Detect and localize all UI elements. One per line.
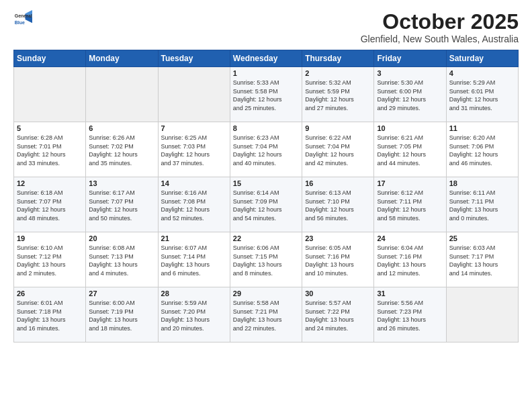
calendar-cell: 1Sunrise: 5:33 AMSunset: 5:58 PMDaylight… [230, 67, 302, 122]
day-info: Sunrise: 6:05 AMSunset: 7:16 PMDaylight:… [305, 244, 371, 277]
day-number: 16 [305, 179, 371, 187]
day-number: 9 [305, 124, 371, 132]
day-info: Sunrise: 6:12 AMSunset: 7:11 PMDaylight:… [377, 189, 443, 222]
day-number: 2 [305, 69, 371, 77]
day-info: Sunrise: 6:26 AMSunset: 7:02 PMDaylight:… [89, 134, 154, 167]
day-info: Sunrise: 6:06 AMSunset: 7:15 PMDaylight:… [233, 244, 299, 277]
col-header-wednesday: Wednesday [230, 50, 302, 67]
calendar-cell [14, 67, 86, 122]
day-info: Sunrise: 6:10 AMSunset: 7:12 PMDaylight:… [17, 244, 83, 277]
calendar-cell [158, 67, 230, 122]
day-info: Sunrise: 5:29 AMSunset: 6:01 PMDaylight:… [449, 79, 515, 112]
day-number: 30 [305, 289, 371, 298]
day-info: Sunrise: 6:11 AMSunset: 7:11 PMDaylight:… [449, 189, 515, 222]
day-number: 18 [449, 179, 515, 187]
col-header-monday: Monday [86, 50, 158, 67]
day-number: 31 [377, 289, 443, 298]
calendar-cell: 22Sunrise: 6:06 AMSunset: 7:15 PMDayligh… [230, 232, 302, 287]
calendar-cell: 3Sunrise: 5:30 AMSunset: 6:00 PMDaylight… [374, 67, 446, 122]
day-info: Sunrise: 5:30 AMSunset: 6:00 PMDaylight:… [377, 79, 443, 112]
day-info: Sunrise: 6:25 AMSunset: 7:03 PMDaylight:… [161, 134, 227, 167]
day-number: 20 [89, 234, 154, 242]
calendar-cell: 28Sunrise: 5:59 AMSunset: 7:20 PMDayligh… [158, 287, 230, 342]
title-block: October 2025 Glenfield, New South Wales,… [361, 10, 519, 44]
day-number: 19 [17, 234, 83, 242]
logo: General Blue [13, 10, 32, 29]
calendar-cell: 8Sunrise: 6:23 AMSunset: 7:04 PMDaylight… [230, 122, 302, 177]
day-number: 6 [89, 124, 154, 132]
calendar-cell: 15Sunrise: 6:14 AMSunset: 7:09 PMDayligh… [230, 177, 302, 232]
day-number: 10 [377, 124, 443, 132]
day-info: Sunrise: 6:07 AMSunset: 7:14 PMDaylight:… [161, 244, 227, 277]
day-number: 29 [233, 289, 299, 298]
calendar-cell: 2Sunrise: 5:32 AMSunset: 5:59 PMDaylight… [302, 67, 374, 122]
calendar: SundayMondayTuesdayWednesdayThursdayFrid… [13, 50, 519, 342]
day-info: Sunrise: 5:33 AMSunset: 5:58 PMDaylight:… [233, 79, 299, 112]
calendar-cell: 12Sunrise: 6:18 AMSunset: 7:07 PMDayligh… [14, 177, 86, 232]
calendar-cell: 20Sunrise: 6:08 AMSunset: 7:13 PMDayligh… [86, 232, 158, 287]
day-info: Sunrise: 5:59 AMSunset: 7:20 PMDaylight:… [161, 299, 227, 332]
calendar-cell: 26Sunrise: 6:01 AMSunset: 7:18 PMDayligh… [14, 287, 86, 342]
svg-text:General: General [15, 13, 32, 18]
day-number: 26 [17, 289, 83, 298]
day-number: 1 [233, 69, 299, 77]
day-number: 5 [17, 124, 83, 132]
page: General Blue October 2025 Glenfield, New… [0, 0, 532, 411]
day-info: Sunrise: 5:56 AMSunset: 7:23 PMDaylight:… [377, 299, 443, 332]
month-title: October 2025 [361, 10, 519, 34]
location: Glenfield, New South Wales, Australia [361, 34, 519, 44]
day-info: Sunrise: 6:01 AMSunset: 7:18 PMDaylight:… [17, 299, 83, 332]
day-info: Sunrise: 6:22 AMSunset: 7:04 PMDaylight:… [305, 134, 371, 167]
calendar-week-5: 26Sunrise: 6:01 AMSunset: 7:18 PMDayligh… [14, 287, 519, 342]
day-number: 22 [233, 234, 299, 242]
day-number: 25 [449, 234, 515, 242]
calendar-week-4: 19Sunrise: 6:10 AMSunset: 7:12 PMDayligh… [14, 232, 519, 287]
col-header-sunday: Sunday [14, 50, 86, 67]
day-number: 23 [305, 234, 371, 242]
calendar-week-1: 1Sunrise: 5:33 AMSunset: 5:58 PMDaylight… [14, 67, 519, 122]
day-number: 12 [17, 179, 83, 187]
day-info: Sunrise: 6:14 AMSunset: 7:09 PMDaylight:… [233, 189, 299, 222]
calendar-week-3: 12Sunrise: 6:18 AMSunset: 7:07 PMDayligh… [14, 177, 519, 232]
day-number: 13 [89, 179, 154, 187]
day-info: Sunrise: 6:18 AMSunset: 7:07 PMDaylight:… [17, 189, 83, 222]
day-number: 11 [449, 124, 515, 132]
col-header-thursday: Thursday [302, 50, 374, 67]
calendar-cell: 9Sunrise: 6:22 AMSunset: 7:04 PMDaylight… [302, 122, 374, 177]
day-number: 28 [161, 289, 227, 298]
col-header-friday: Friday [374, 50, 446, 67]
day-info: Sunrise: 6:03 AMSunset: 7:17 PMDaylight:… [449, 244, 515, 277]
calendar-cell: 10Sunrise: 6:21 AMSunset: 7:05 PMDayligh… [374, 122, 446, 177]
day-info: Sunrise: 6:17 AMSunset: 7:07 PMDaylight:… [89, 189, 154, 222]
calendar-cell: 6Sunrise: 6:26 AMSunset: 7:02 PMDaylight… [86, 122, 158, 177]
day-info: Sunrise: 6:08 AMSunset: 7:13 PMDaylight:… [89, 244, 154, 277]
day-number: 14 [161, 179, 227, 187]
calendar-cell: 29Sunrise: 5:58 AMSunset: 7:21 PMDayligh… [230, 287, 302, 342]
calendar-cell: 13Sunrise: 6:17 AMSunset: 7:07 PMDayligh… [86, 177, 158, 232]
calendar-header-row: SundayMondayTuesdayWednesdayThursdayFrid… [14, 50, 519, 67]
day-number: 17 [377, 179, 443, 187]
day-number: 8 [233, 124, 299, 132]
day-number: 27 [89, 289, 154, 298]
col-header-tuesday: Tuesday [158, 50, 230, 67]
day-info: Sunrise: 6:28 AMSunset: 7:01 PMDaylight:… [17, 134, 83, 167]
day-info: Sunrise: 5:32 AMSunset: 5:59 PMDaylight:… [305, 79, 371, 112]
day-info: Sunrise: 6:04 AMSunset: 7:16 PMDaylight:… [377, 244, 443, 277]
calendar-cell: 24Sunrise: 6:04 AMSunset: 7:16 PMDayligh… [374, 232, 446, 287]
calendar-cell: 31Sunrise: 5:56 AMSunset: 7:23 PMDayligh… [374, 287, 446, 342]
day-number: 24 [377, 234, 443, 242]
day-info: Sunrise: 6:16 AMSunset: 7:08 PMDaylight:… [161, 189, 227, 222]
calendar-cell [86, 67, 158, 122]
day-number: 4 [449, 69, 515, 77]
day-info: Sunrise: 5:58 AMSunset: 7:21 PMDaylight:… [233, 299, 299, 332]
day-info: Sunrise: 6:23 AMSunset: 7:04 PMDaylight:… [233, 134, 299, 167]
header: General Blue October 2025 Glenfield, New… [13, 10, 519, 44]
calendar-cell: 4Sunrise: 5:29 AMSunset: 6:01 PMDaylight… [446, 67, 518, 122]
calendar-cell [446, 287, 518, 342]
calendar-cell: 27Sunrise: 6:00 AMSunset: 7:19 PMDayligh… [86, 287, 158, 342]
logo-icon: General Blue [13, 10, 32, 29]
calendar-cell: 25Sunrise: 6:03 AMSunset: 7:17 PMDayligh… [446, 232, 518, 287]
day-number: 15 [233, 179, 299, 187]
day-number: 21 [161, 234, 227, 242]
calendar-cell: 30Sunrise: 5:57 AMSunset: 7:22 PMDayligh… [302, 287, 374, 342]
